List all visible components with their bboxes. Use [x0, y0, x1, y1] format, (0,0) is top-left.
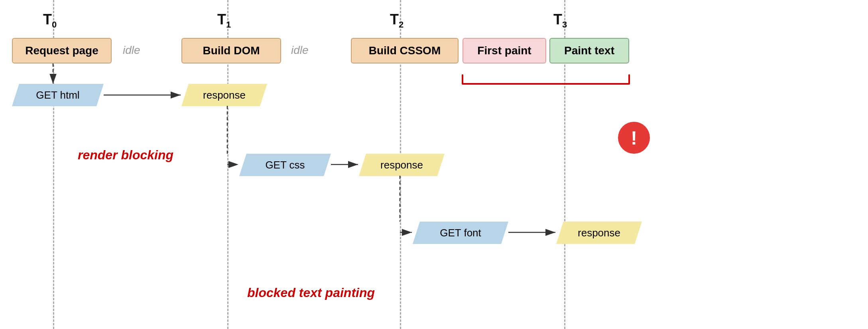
idle-label-1: idle — [123, 44, 140, 57]
time-label-t0: T0 — [43, 11, 57, 30]
para-box-get-html: GET html — [12, 84, 104, 106]
top-box-build-cssom: Build CSSOM — [351, 38, 459, 63]
top-box-request-page: Request page — [12, 38, 112, 63]
time-label-t1: T1 — [217, 11, 231, 30]
top-box-first-paint: First paint — [463, 38, 546, 63]
para-box-response-css: response — [359, 154, 445, 176]
time-label-t3: T3 — [553, 11, 567, 30]
time-label-t2: T2 — [390, 11, 403, 30]
red-bracket — [463, 75, 629, 84]
para-box-get-font: GET font — [413, 222, 508, 244]
para-box-response-html: response — [181, 84, 267, 106]
top-box-paint-text: Paint text — [549, 38, 629, 63]
diagram: T0 T1 T2 T3 Request page idle Build DOM … — [0, 0, 868, 329]
render-blocking-label: render blocking — [78, 148, 173, 163]
red-warning-circle: ! — [618, 122, 650, 154]
idle-label-2: idle — [291, 44, 309, 57]
blocked-text-painting-label: blocked text painting — [247, 285, 375, 300]
para-box-get-css: GET css — [239, 154, 331, 176]
para-box-response-font: response — [556, 222, 642, 244]
top-box-build-dom: Build DOM — [181, 38, 281, 63]
